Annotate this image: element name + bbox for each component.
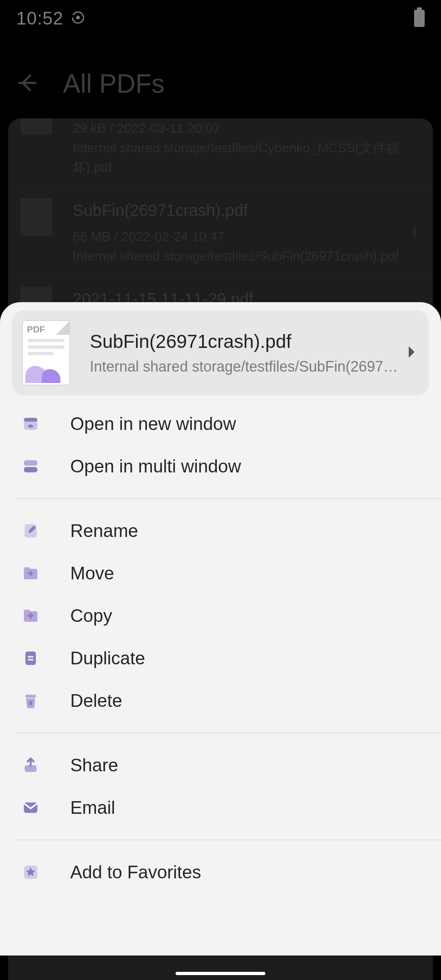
menu-label: Rename — [70, 521, 138, 541]
divider — [16, 733, 441, 733]
action-sheet: PDF SubFin(26971crash).pdf Internal shar… — [0, 302, 441, 956]
menu-label: Open in new window — [70, 414, 236, 434]
folder-plus-icon — [20, 606, 41, 626]
svg-rect-9 — [28, 656, 34, 658]
menu-label: Copy — [70, 606, 112, 626]
svg-rect-5 — [24, 460, 38, 466]
pencil-icon — [20, 521, 41, 541]
menu-open-multi-window[interactable]: Open in multi window — [0, 445, 441, 488]
menu-label: Delete — [70, 690, 122, 711]
svg-rect-12 — [29, 701, 30, 705]
divider — [16, 840, 441, 840]
menu-copy[interactable]: Copy — [0, 595, 441, 637]
mail-icon — [20, 797, 41, 818]
share-icon — [20, 755, 41, 775]
svg-rect-2 — [24, 418, 38, 421]
svg-rect-11 — [25, 695, 36, 697]
svg-rect-10 — [28, 659, 34, 661]
menu-favorite[interactable]: Add to Favorites — [0, 851, 441, 893]
menu-label: Duplicate — [70, 648, 145, 668]
menu-label: Share — [70, 755, 118, 775]
window-new-icon — [20, 414, 41, 434]
divider — [16, 498, 441, 499]
svg-rect-6 — [24, 467, 38, 472]
svg-rect-13 — [31, 701, 32, 705]
menu-duplicate[interactable]: Duplicate — [0, 637, 441, 679]
menu-label: Email — [70, 797, 115, 818]
menu-delete[interactable]: Delete — [0, 679, 441, 722]
menu-label: Move — [70, 563, 114, 584]
svg-rect-8 — [25, 652, 36, 665]
menu-label: Open in multi window — [70, 456, 241, 477]
menu-label: Add to Favorites — [70, 862, 201, 882]
menu-open-new-window[interactable]: Open in new window — [0, 403, 441, 445]
sheet-file-path: Internal shared storage/testfiles/SubFin… — [90, 358, 402, 375]
menu-move[interactable]: Move — [0, 552, 441, 595]
chevron-right-icon — [407, 346, 416, 359]
trash-icon — [20, 690, 41, 711]
svg-rect-4 — [28, 426, 34, 427]
home-indicator[interactable] — [176, 972, 265, 975]
menu-email[interactable]: Email — [0, 786, 441, 829]
action-menu: Open in new window Open in multi window … — [0, 395, 441, 893]
sheet-file-header[interactable]: PDF SubFin(26971crash).pdf Internal shar… — [12, 310, 429, 395]
folder-arrow-icon — [20, 563, 41, 584]
star-icon — [20, 862, 41, 882]
pdf-thumb-icon: PDF — [22, 320, 70, 385]
menu-share[interactable]: Share — [0, 744, 441, 786]
menu-rename[interactable]: Rename — [0, 510, 441, 552]
window-multi-icon — [20, 456, 41, 477]
file-dup-icon — [20, 648, 41, 668]
sheet-file-name: SubFin(26971crash).pdf — [90, 330, 402, 352]
